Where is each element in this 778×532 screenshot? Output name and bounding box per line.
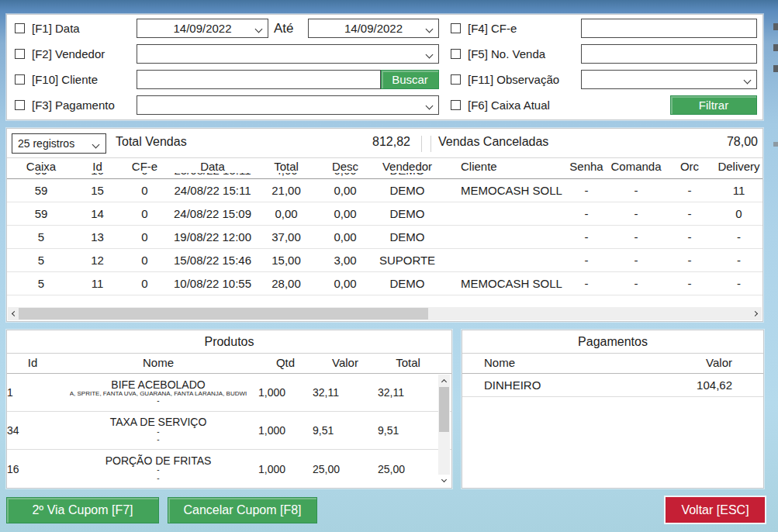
produtos-table-header: Id Nome Qtd Valor Total bbox=[7, 354, 451, 374]
f4-cfe-checkbox[interactable] bbox=[451, 23, 461, 33]
total-vendas-label: Total Vendas bbox=[116, 135, 187, 149]
f4-cfe-label: [F4] CF-e bbox=[468, 22, 517, 35]
f5-no-venda-label: [F5] No. Venda bbox=[468, 47, 545, 60]
sales-table-row[interactable]: 5915024/08/22 15:1121,000,00DEMOMEMOCASH… bbox=[7, 179, 762, 202]
f1-data-checkbox[interactable] bbox=[15, 23, 25, 33]
scroll-right-icon[interactable] bbox=[749, 307, 762, 320]
date-to-value: 14/09/2022 bbox=[344, 22, 403, 35]
sales-table-row[interactable]: 5914024/08/22 15:090,000,00DEMO---0 bbox=[7, 202, 762, 226]
produto-nome: BIFE ACEBOLADO bbox=[111, 379, 205, 391]
pagamento-row[interactable]: DINHEIRO 104,62 bbox=[462, 374, 763, 397]
f11-observacao-label: [F11] Observação bbox=[468, 73, 559, 86]
sales-table-header: Caixa59 Id16 CF-e0 Data25/08/22 15:11 To… bbox=[7, 158, 762, 179]
scrollbar-thumb[interactable] bbox=[19, 308, 428, 320]
f3-pagamento-checkbox[interactable] bbox=[15, 100, 25, 110]
vendas-canceladas-label: Vendas Canceladas bbox=[438, 135, 548, 149]
produto-observacao: - bbox=[157, 475, 159, 483]
sales-table-row[interactable]: 512015/08/22 15:4615,003,00SUPORTE---- bbox=[7, 249, 762, 272]
edge-artifact bbox=[773, 23, 778, 30]
f6-caixa-atual-label: [F6] Caixa Atual bbox=[468, 98, 550, 112]
cliente-input[interactable] bbox=[137, 70, 381, 89]
f6-caixa-atual-checkbox[interactable] bbox=[451, 100, 461, 110]
produto-row[interactable]: 34 TAXA DE SERVIÇO - - 1,000 9,51 9,51 bbox=[7, 412, 451, 450]
chevron-down-icon bbox=[426, 102, 434, 110]
pagamentos-title: Pagamentos bbox=[462, 330, 763, 354]
segunda-via-cupom-label: 2º Via Cupom [F7] bbox=[32, 503, 133, 517]
filtrar-label: Filtrar bbox=[699, 98, 728, 112]
pagamentos-panel: Pagamentos Nome Valor DINHEIRO 104,62 bbox=[462, 330, 764, 489]
produtos-title: Produtos bbox=[7, 330, 451, 354]
produto-nome: PORÇÃO DE FRITAS bbox=[105, 455, 212, 467]
produto-row[interactable]: 1 BIFE ACEBOLADO A, SPRITE, FANTA UVA, G… bbox=[7, 374, 451, 412]
chevron-down-icon bbox=[426, 26, 434, 33]
f2-vendedor-label: [F2] Vendedor bbox=[32, 47, 105, 60]
f5-no-venda-checkbox[interactable] bbox=[451, 49, 461, 59]
vendedor-select[interactable] bbox=[137, 44, 439, 64]
chevron-down-icon bbox=[255, 26, 263, 33]
produto-nome: TAXA DE SERVIÇO bbox=[110, 416, 207, 428]
cancelar-cupom-button[interactable]: Cancelar Cupom [F8] bbox=[168, 497, 317, 523]
buscar-button[interactable]: Buscar bbox=[381, 70, 439, 89]
produto-observacao: - bbox=[157, 397, 159, 406]
f3-pagamento-label: [F3] Pagamento bbox=[32, 98, 115, 112]
no-venda-input[interactable] bbox=[581, 44, 757, 64]
f1-data-label: [F1] Data bbox=[32, 22, 80, 35]
registros-value: 25 registros bbox=[18, 137, 74, 150]
date-to-select[interactable]: 14/09/2022 bbox=[308, 19, 439, 38]
sales-table-row[interactable]: 511010/08/22 10:5528,000,00DEMOMEMOCASH … bbox=[7, 272, 762, 295]
horizontal-scrollbar[interactable] bbox=[8, 307, 762, 320]
f11-observacao-checkbox[interactable] bbox=[451, 74, 461, 85]
sales-panel: 25 registros Total Vendas 812,82 Vendas … bbox=[6, 128, 763, 322]
vertical-scrollbar[interactable] bbox=[438, 375, 450, 486]
f10-cliente-checkbox[interactable] bbox=[15, 74, 25, 85]
voltar-label: Voltar [ESC] bbox=[681, 503, 749, 517]
buscar-label: Buscar bbox=[392, 73, 428, 86]
divider bbox=[430, 136, 431, 152]
pos-sales-history-screen: [F1] Data 14/09/2022 Até 14/09/2022 [F4]… bbox=[0, 0, 778, 532]
date-from-value: 14/09/2022 bbox=[173, 22, 231, 35]
cancelar-cupom-label: Cancelar Cupom [F8] bbox=[183, 503, 301, 517]
edge-artifact bbox=[773, 65, 778, 72]
date-from-select[interactable]: 14/09/2022 bbox=[137, 19, 268, 38]
divider bbox=[421, 136, 422, 152]
produtos-panel: Produtos Id Nome Qtd Valor Total 1 BIFE … bbox=[6, 330, 452, 489]
edge-artifact bbox=[773, 142, 778, 147]
edge-artifact bbox=[773, 44, 778, 51]
voltar-button[interactable]: Voltar [ESC] bbox=[664, 496, 766, 524]
produto-observacao: - bbox=[157, 436, 159, 444]
scrollbar-thumb[interactable] bbox=[439, 387, 449, 432]
pagamento-select[interactable] bbox=[137, 95, 439, 115]
chevron-down-icon bbox=[92, 141, 100, 149]
f10-cliente-label: [F10] Cliente bbox=[32, 73, 98, 86]
scroll-down-icon[interactable] bbox=[438, 475, 450, 486]
produto-row[interactable]: 16 PORÇÃO DE FRITAS - - 1,000 25,00 25,0… bbox=[7, 450, 451, 488]
pagamentos-table-header: Nome Valor bbox=[462, 354, 763, 374]
chevron-down-icon bbox=[426, 51, 434, 59]
registros-select[interactable]: 25 registros bbox=[12, 133, 106, 154]
observacao-select[interactable] bbox=[581, 70, 757, 89]
ate-label: Até bbox=[274, 21, 294, 36]
f2-vendedor-checkbox[interactable] bbox=[15, 49, 25, 59]
segunda-via-cupom-button[interactable]: 2º Via Cupom [F7] bbox=[6, 497, 159, 523]
scroll-up-icon[interactable] bbox=[438, 375, 450, 386]
chevron-down-icon bbox=[744, 77, 752, 85]
vendas-canceladas-value: 78,00 bbox=[665, 135, 758, 149]
total-vendas-value: 812,82 bbox=[317, 135, 410, 149]
cfe-input[interactable] bbox=[581, 19, 757, 38]
filter-panel: [F1] Data 14/09/2022 Até 14/09/2022 [F4]… bbox=[6, 14, 763, 120]
filtrar-button[interactable]: Filtrar bbox=[670, 95, 757, 115]
sales-table-row[interactable]: 513019/08/22 12:0037,000,00DEMO---- bbox=[7, 226, 762, 249]
sales-summary-bar: 25 registros Total Vendas 812,82 Vendas … bbox=[7, 129, 762, 158]
